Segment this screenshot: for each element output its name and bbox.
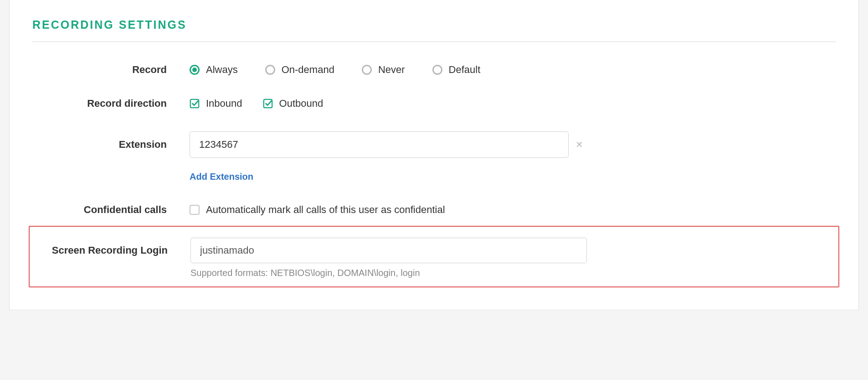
record-direction-row: Record direction Inbound O (32, 98, 836, 109)
screen-recording-highlight: Screen Recording Login Supported formats… (29, 226, 839, 287)
record-row: Record Always On-demand Never Default (32, 64, 836, 76)
radio-default[interactable]: Default (432, 64, 481, 76)
add-extension-link[interactable]: Add Extension (190, 172, 253, 182)
radio-on-demand[interactable]: On-demand (265, 64, 334, 76)
checkbox-outbound[interactable]: Outbound (263, 98, 324, 109)
checkbox-checked-icon (190, 99, 200, 109)
record-options: Always On-demand Never Default (190, 64, 836, 76)
section-title: RECORDING SETTINGS (32, 18, 836, 42)
extension-control: ✕ (190, 131, 836, 158)
radio-never[interactable]: Never (362, 64, 405, 76)
checkbox-checked-icon (263, 99, 273, 109)
radio-icon (432, 65, 442, 75)
radio-label: Never (378, 64, 405, 76)
checkbox-unchecked-icon (190, 205, 200, 215)
checkbox-inbound[interactable]: Inbound (190, 98, 242, 109)
checkbox-label: Outbound (279, 98, 324, 109)
radio-icon (265, 65, 275, 75)
record-direction-options: Inbound Outbound (190, 98, 836, 109)
checkbox-label: Automatically mark all calls of this use… (206, 204, 445, 216)
extension-input[interactable] (190, 131, 569, 158)
settings-panel: RECORDING SETTINGS Record Always On-dema… (9, 0, 859, 310)
confidential-label: Confidential calls (32, 204, 190, 216)
radio-icon (362, 65, 372, 75)
record-direction-label: Record direction (32, 98, 190, 109)
extension-input-wrap: ✕ (190, 131, 586, 158)
clear-extension-icon[interactable]: ✕ (572, 139, 586, 150)
checkbox-label: Inbound (206, 98, 242, 109)
confidential-control: Automatically mark all calls of this use… (190, 204, 836, 216)
screen-recording-control (190, 238, 835, 263)
radio-icon (190, 65, 200, 75)
add-extension-area: Add Extension (190, 172, 836, 182)
radio-always[interactable]: Always (190, 64, 238, 76)
radio-label: Always (206, 64, 238, 76)
extension-row: Extension ✕ (32, 131, 836, 158)
add-extension-row: Add Extension (32, 172, 836, 182)
record-label: Record (32, 64, 190, 76)
screen-recording-input[interactable] (190, 238, 587, 263)
extension-label: Extension (32, 139, 190, 151)
radio-label: On-demand (282, 64, 334, 76)
radio-label: Default (449, 64, 481, 76)
checkbox-confidential[interactable]: Automatically mark all calls of this use… (190, 204, 445, 216)
confidential-row: Confidential calls Automatically mark al… (32, 204, 836, 216)
screen-recording-label: Screen Recording Login (33, 245, 190, 256)
screen-recording-hint-row: Supported formats: NETBIOS\login, DOMAIN… (30, 268, 838, 278)
screen-recording-hint: Supported formats: NETBIOS\login, DOMAIN… (190, 268, 420, 278)
screen-recording-row: Screen Recording Login (30, 238, 838, 263)
